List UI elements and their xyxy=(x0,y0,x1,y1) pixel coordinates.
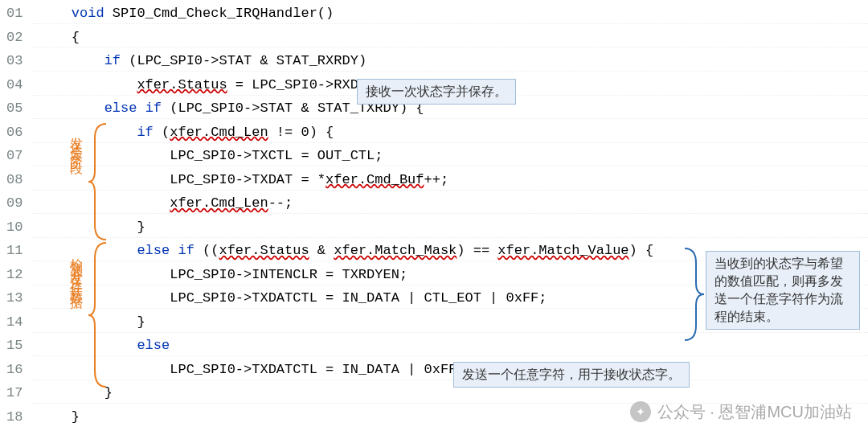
brace-right-match xyxy=(683,247,704,342)
brace-send-cmd xyxy=(88,122,108,241)
label-send-cmd-phase: 发送命令阶段 xyxy=(64,127,88,156)
watermark-text: 公众号 · 恩智浦MCU加油站 xyxy=(657,400,852,425)
brace-check-send xyxy=(88,241,108,388)
line-no: 01 xyxy=(0,2,39,26)
label-check-send-any: 检测并发送任意数据 xyxy=(64,248,88,291)
callout-send-dummy: 发送一个任意字符，用于接收状态字。 xyxy=(453,362,690,388)
wechat-icon: ✦ xyxy=(630,401,651,422)
callout-receive-status: 接收一次状态字并保存。 xyxy=(357,79,516,105)
code-listing: 01 void SPI0_Cmd_Check_IRQHandler() 02 {… xyxy=(0,0,868,430)
callout-match-send-extra: 当收到的状态字与希望的数值匹配，则再多发送一个任意字符作为流程的结束。 xyxy=(706,251,860,330)
watermark: ✦ 公众号 · 恩智浦MCU加油站 xyxy=(630,400,852,425)
